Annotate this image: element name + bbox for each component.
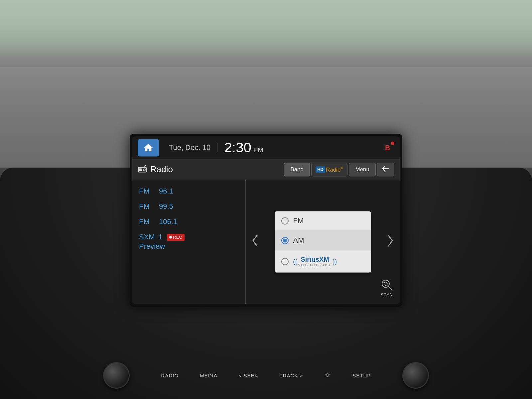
band-option-fm[interactable]: FM: [275, 211, 371, 231]
station-item-fm-1061[interactable]: FM 106.1: [139, 215, 239, 228]
station-band-4: SXM: [139, 233, 156, 241]
menu-button[interactable]: Menu: [349, 163, 376, 176]
title-buttons: Band HD Radio® Menu: [284, 163, 394, 176]
station-freq-4: 1: [158, 233, 162, 241]
bluetooth-status-icon: B: [384, 141, 394, 154]
am-label: AM: [293, 236, 304, 245]
home-icon: [143, 142, 154, 153]
back-button[interactable]: [377, 163, 394, 176]
back-icon: [382, 166, 389, 172]
radio-symbol: [138, 165, 147, 173]
left-arrow-icon: [252, 235, 258, 247]
station-band-2: FM: [139, 202, 156, 211]
control-buttons: RADIO MEDIA < SEEK TRACK > ☆ SETUP: [123, 368, 409, 382]
volume-knob[interactable]: [402, 362, 429, 389]
svg-line-9: [388, 286, 392, 290]
scan-label: SCAN: [381, 292, 393, 297]
sxm-waves-icon: ((: [293, 258, 298, 265]
station-freq-1: 96.1: [159, 187, 173, 196]
sxm-sub-text: SATELLITE RADIO: [298, 263, 332, 267]
nav-arrow-left[interactable]: [248, 231, 262, 252]
fm-radio-circle: [281, 217, 289, 224]
track-button[interactable]: TRACK >: [276, 370, 307, 381]
station-item-fm-995[interactable]: FM 99.5: [139, 200, 239, 213]
svg-point-8: [384, 282, 387, 285]
station-item-sxm-1[interactable]: SXM 1 REC Preview: [139, 231, 239, 253]
station-band-1: FM: [139, 187, 156, 196]
seek-button[interactable]: < SEEK: [235, 370, 262, 381]
header-time: 2:30 PM: [224, 140, 263, 156]
radio-title-bar: Radio Band HD Radio® Menu: [132, 159, 400, 180]
favorite-button[interactable]: ☆: [320, 368, 335, 382]
bluetooth-icon: B: [384, 141, 394, 152]
right-panel: FM AM (( SiriusXM SATELLITE RADIO: [246, 180, 400, 304]
rec-indicator: REC: [167, 234, 184, 241]
scan-icon-container: [380, 278, 393, 291]
media-button[interactable]: MEDIA: [196, 370, 221, 381]
station-sub-name: Preview: [139, 242, 185, 251]
header-bar: Tue, Dec. 10 2:30 PM B: [132, 136, 400, 159]
radio-source-icon: [138, 165, 147, 175]
fm-label: FM: [293, 216, 304, 225]
header-date: Tue, Dec. 10: [169, 143, 217, 152]
sxm-radio-circle: [281, 258, 289, 265]
sxm-waves-icon-right: )): [332, 258, 337, 265]
rec-text: REC: [173, 235, 182, 240]
power-knob[interactable]: [103, 362, 130, 389]
sxm-brand-text: SiriusXM: [301, 256, 329, 263]
station-list: FM 96.1 FM 99.5 FM 106.1 SXM 1: [132, 180, 245, 304]
radio-icon-label: Radio: [138, 164, 284, 175]
hd-radio-label: HD Radio®: [316, 166, 343, 173]
station-freq-2: 99.5: [159, 202, 173, 211]
svg-line-6: [144, 165, 146, 166]
hd-radio-text: Radio®: [326, 166, 343, 173]
screen: Tue, Dec. 10 2:30 PM B: [132, 136, 400, 304]
setup-button[interactable]: SETUP: [348, 370, 375, 381]
siriusxm-logo: (( SiriusXM SATELLITE RADIO )): [293, 256, 337, 267]
am-radio-circle: [281, 237, 289, 244]
station-freq-3: 106.1: [159, 217, 177, 226]
rec-badge: REC: [167, 234, 184, 241]
hd-radio-button[interactable]: HD Radio®: [311, 163, 347, 176]
radio-button[interactable]: RADIO: [157, 370, 183, 381]
right-arrow-icon: [387, 235, 394, 247]
band-button[interactable]: Band: [284, 163, 310, 176]
svg-point-4: [143, 169, 145, 171]
band-dropdown: FM AM (( SiriusXM SATELLITE RADIO: [275, 211, 371, 272]
svg-rect-3: [139, 168, 142, 171]
main-content: FM 96.1 FM 99.5 FM 106.1 SXM 1: [132, 180, 400, 304]
time-ampm: PM: [253, 146, 263, 154]
band-option-am[interactable]: AM: [275, 231, 371, 250]
band-option-siriusxm[interactable]: (( SiriusXM SATELLITE RADIO )): [275, 250, 371, 272]
scan-button[interactable]: SCAN: [380, 278, 393, 297]
screen-bezel: Tue, Dec. 10 2:30 PM B: [130, 134, 402, 307]
station-band-3: FM: [139, 217, 156, 226]
svg-text:B: B: [385, 144, 390, 152]
nav-arrow-right[interactable]: [384, 231, 397, 252]
svg-point-0: [391, 141, 394, 145]
physical-controls: RADIO MEDIA < SEEK TRACK > ☆ SETUP: [123, 368, 409, 382]
station-item-fm-961[interactable]: FM 96.1: [139, 185, 239, 198]
radio-title: Radio: [150, 164, 173, 175]
scan-icon: [380, 278, 393, 291]
rec-dot: [169, 236, 172, 238]
hd-text: HD: [316, 166, 325, 173]
time-display: 2:30: [224, 140, 251, 156]
home-button[interactable]: [138, 139, 159, 156]
